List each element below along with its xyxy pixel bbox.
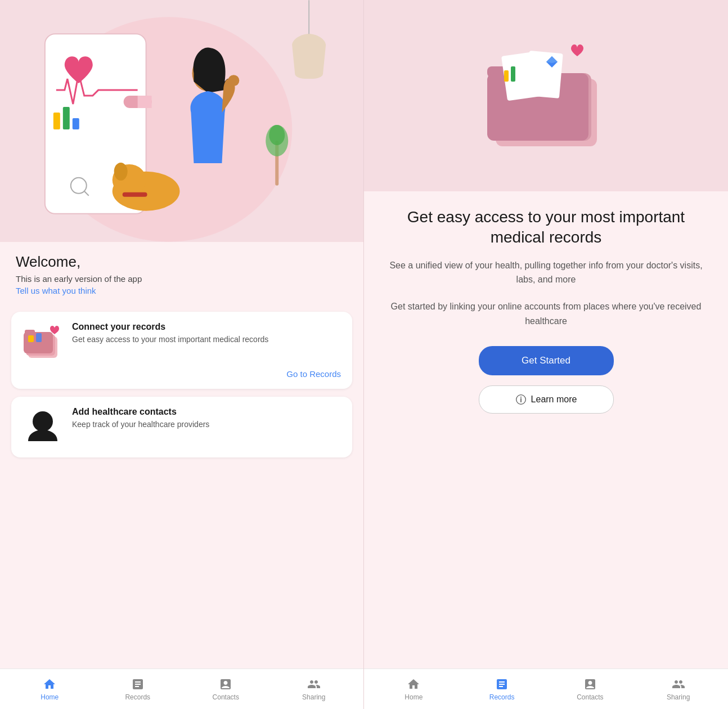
records-desc1: See a unified view of your health, pulli… [387,258,705,287]
learn-more-button[interactable]: Learn more [479,385,614,414]
svg-point-17 [269,125,285,145]
records-card-icon [23,322,63,362]
nav-records-left[interactable]: Records [121,677,155,701]
bottom-nav-left: Home Records Contacts S [0,668,363,709]
nav-sharing-label-right: Sharing [667,693,690,701]
svg-point-10 [228,75,239,86]
sharing-icon-right [671,677,686,692]
svg-rect-23 [28,335,34,342]
welcome-subtitle: This is an early version of the app [16,274,348,284]
svg-rect-22 [25,330,35,334]
sharing-icon [307,677,321,692]
records-card-title: Connect your records [72,322,341,332]
cards-area: Connect your records Get easy access to … [0,302,363,668]
records-content: Get easy access to your most important m… [364,191,728,668]
nav-contacts-right[interactable]: Contacts [573,677,607,701]
go-to-records-link[interactable]: Go to Records [286,369,341,379]
svg-point-25 [33,411,53,432]
svg-rect-14 [123,192,147,197]
left-screen: Welcome, This is an early version of the… [0,0,364,709]
nav-home-right[interactable]: Home [397,677,430,701]
svg-rect-33 [511,66,515,82]
right-screen: Get easy access to your most important m… [364,0,728,709]
svg-point-38 [520,397,522,398]
contacts-card-text: Add healthcare contacts Keep track of yo… [72,407,341,430]
records-icon [131,677,145,692]
nav-contacts-label-left: Contacts [213,693,239,701]
contacts-card-title: Add healthcare contacts [72,407,341,417]
nav-home-label-left: Home [41,693,59,701]
contacts-card: Add healthcare contacts Keep track of yo… [11,397,352,457]
nav-home-left[interactable]: Home [33,677,66,701]
records-card-text: Connect your records Get easy access to … [72,322,341,345]
hero-illustration [0,0,363,242]
records-title: Get easy access to your most important m… [387,207,705,248]
nav-contacts-label-right: Contacts [577,693,603,701]
svg-rect-4 [73,118,79,129]
get-started-button[interactable]: Get Started [479,346,614,375]
info-icon [515,394,527,405]
svg-rect-3 [63,107,70,129]
nav-contacts-left[interactable]: Contacts [209,677,242,701]
nav-records-label-right: Records [489,693,515,701]
welcome-section: Welcome, This is an early version of the… [0,242,363,302]
nav-sharing-left[interactable]: Sharing [297,677,331,701]
right-hero [364,0,728,191]
feedback-link[interactable]: Tell us what you think [16,286,96,295]
nav-sharing-right[interactable]: Sharing [662,677,695,701]
welcome-title: Welcome, [16,253,348,271]
nav-sharing-label-left: Sharing [302,693,325,701]
records-icon-right [495,677,509,692]
records-card-desc: Get easy access to your most important m… [72,334,341,345]
contacts-card-icon [23,407,63,447]
nav-records-right[interactable]: Records [485,677,519,701]
contacts-icon [218,677,233,692]
svg-rect-24 [36,333,42,342]
records-card-inner: Connect your records Get easy access to … [23,322,341,362]
records-desc2: Get started by linking your online accou… [387,299,705,328]
svg-rect-31 [525,51,563,98]
nav-home-label-right: Home [405,693,423,701]
contacts-card-inner: Add healthcare contacts Keep track of yo… [23,407,341,447]
nav-records-label-left: Records [125,693,150,701]
svg-rect-8 [138,96,152,108]
svg-point-13 [114,163,128,181]
home-icon [42,677,57,692]
svg-rect-32 [504,70,509,82]
contacts-card-desc: Keep track of your healthcare providers [72,419,341,430]
bottom-nav-right: Home Records Contacts S [364,668,728,709]
contacts-icon-right [583,677,597,692]
learn-more-label: Learn more [531,394,577,405]
records-card: Connect your records Get easy access to … [11,312,352,389]
svg-rect-2 [53,113,60,129]
home-icon-right [406,677,421,692]
